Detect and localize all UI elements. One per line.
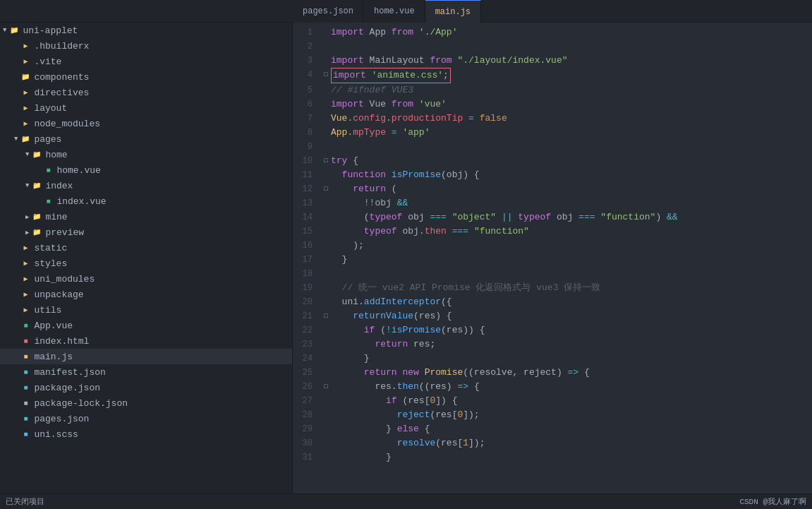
folder-icon: ▶ <box>20 289 31 300</box>
spacer <box>14 42 18 49</box>
line-content: // #ifndef VUE3 <box>331 83 812 97</box>
spacer <box>14 353 18 360</box>
sidebar-item-directives[interactable]: ▶ directives <box>0 85 292 100</box>
line-number: 17 <box>293 253 321 267</box>
sidebar-item-label: mine <box>45 212 67 222</box>
line-number: 5 <box>293 83 321 97</box>
sidebar-item-components[interactable]: 📁 components <box>0 69 292 85</box>
sidebar-item-app-vue[interactable]: ■ App.vue <box>0 318 292 333</box>
sidebar-item-uni-applet[interactable]: ▼ 📁 uni-applet <box>0 23 292 38</box>
sidebar-item-label: package-lock.json <box>34 398 128 409</box>
sidebar-item-mine[interactable]: ▶ 📁 mine <box>0 209 292 224</box>
sidebar-item-uni-scss[interactable]: ■ uni.scss <box>0 426 292 442</box>
sidebar-item-label: index.html <box>34 336 89 347</box>
folder-icon: 📁 <box>8 25 20 36</box>
line-number: 25 <box>293 366 321 380</box>
file-tree[interactable]: ▼ 📁 uni-applet ▶ .hbuilderx ▶ .vite 📁 co… <box>0 23 293 493</box>
folder-icon: ▶ <box>20 56 31 67</box>
sidebar-item-index-folder[interactable]: ▼ 📁 index <box>0 178 292 193</box>
line-number: 3 <box>293 54 321 68</box>
sidebar-item-label: unpackage <box>34 289 83 300</box>
chevron-right-icon: ▶ <box>25 213 29 221</box>
folder-icon: ▶ <box>20 273 31 285</box>
sidebar-item-uni-modules[interactable]: ▶ uni_modules <box>0 271 292 287</box>
css-file-icon: ■ <box>20 429 31 440</box>
sidebar-item-pages[interactable]: ▼ 📁 pages <box>0 131 292 147</box>
json-file-icon: ■ <box>20 413 31 424</box>
tab-main-js[interactable]: main.js <box>425 0 481 23</box>
line-number: 1 <box>293 25 321 40</box>
line-number: 6 <box>293 97 321 112</box>
sidebar-item-layout[interactable]: ▶ layout <box>0 100 292 116</box>
sidebar-item-label: node_modules <box>34 119 100 129</box>
code-line-30: 30 resolve(res[1]); <box>293 436 812 450</box>
line-number: 22 <box>293 323 321 337</box>
line-number: 29 <box>293 422 321 436</box>
sidebar-item-label: uni.scss <box>34 429 78 440</box>
line-content: if (res[0]) { <box>331 394 812 408</box>
code-line-14: 14 (typeof obj === "object" || typeof ob… <box>293 210 812 224</box>
code-line-11: 11 function isPromise(obj) { <box>293 168 812 182</box>
folder-icon: 📁 <box>20 133 31 145</box>
status-left: 已关闭项目 <box>6 496 44 507</box>
sidebar-item-manifest-json[interactable]: ■ manifest.json <box>0 364 292 380</box>
spacer <box>14 322 18 329</box>
line-number: 26 <box>293 380 321 394</box>
tab-label: main.js <box>435 7 471 17</box>
line-content: uni.addInterceptor({ <box>331 295 812 309</box>
code-editor[interactable]: 1 import App from './App' 2 3 import Mai… <box>293 23 812 493</box>
line-number: 13 <box>293 196 321 210</box>
line-number: 4 <box>293 68 321 82</box>
folder-icon: 📁 <box>31 211 42 222</box>
sidebar-item-unpackage[interactable]: ▶ unpackage <box>0 287 292 302</box>
lock-file-icon: ■ <box>20 397 31 409</box>
sidebar-item-pages-json[interactable]: ■ pages.json <box>0 411 292 426</box>
line-content: typeof obj.then === "function" <box>331 224 812 239</box>
sidebar-item-package-json[interactable]: ■ package.json <box>0 380 292 395</box>
tab-pages-json[interactable]: pages.json <box>293 0 364 23</box>
line-content: return ( <box>331 182 812 196</box>
line-content: import 'animate.css'; <box>331 68 812 83</box>
sidebar-item-preview[interactable]: ▶ 📁 preview <box>0 224 292 240</box>
code-line-3: 3 import MainLayout from "./layout/index… <box>293 54 812 68</box>
sidebar-item-styles[interactable]: ▶ styles <box>0 256 292 271</box>
js-file-icon: ■ <box>20 351 31 362</box>
folder-icon: ▶ <box>20 40 31 52</box>
line-content: reject(res[0]); <box>331 408 812 422</box>
code-line-29: 29 } else { <box>293 422 812 436</box>
tab-home-vue[interactable]: home.vue <box>364 0 425 23</box>
line-number: 27 <box>293 394 321 408</box>
line-content: if (!isPromise(res)) { <box>331 323 812 337</box>
spacer <box>14 275 18 282</box>
line-number: 30 <box>293 436 321 450</box>
spacer <box>14 369 18 376</box>
sidebar-item-vite[interactable]: ▶ .vite <box>0 54 292 69</box>
spacer <box>14 260 18 267</box>
sidebar-item-hbuilderx[interactable]: ▶ .hbuilderx <box>0 38 292 54</box>
sidebar-item-utils[interactable]: ▶ utils <box>0 302 292 318</box>
line-gutter: □ <box>321 380 331 394</box>
sidebar-item-node-modules[interactable]: ▶ node_modules <box>0 116 292 131</box>
code-line-19: 19 // 统一 vue2 API Promise 化返回格式与 vue3 保持… <box>293 281 812 295</box>
sidebar-item-main-js[interactable]: ■ main.js <box>0 349 292 364</box>
line-number: 2 <box>293 40 321 54</box>
line-content: return res; <box>331 337 812 352</box>
sidebar-item-label: .hbuilderx <box>34 41 89 52</box>
sidebar-item-index-html[interactable]: ■ index.html <box>0 333 292 349</box>
sidebar-item-label: layout <box>34 103 67 114</box>
line-content: import App from './App' <box>331 25 812 40</box>
line-number: 24 <box>293 352 321 366</box>
sidebar-item-label: home.vue <box>56 165 100 176</box>
code-line-24: 24 } <box>293 352 812 366</box>
sidebar-item-static[interactable]: ▶ static <box>0 240 292 256</box>
folder-icon: ▶ <box>20 118 31 129</box>
code-content: 1 import App from './App' 2 3 import Mai… <box>293 23 812 467</box>
vue-file-icon: ■ <box>42 196 54 207</box>
sidebar-item-home-vue[interactable]: ■ home.vue <box>0 162 292 178</box>
code-line-31: 31 } <box>293 450 812 465</box>
line-content: function isPromise(obj) { <box>331 168 812 182</box>
code-line-13: 13 !!obj && <box>293 196 812 210</box>
sidebar-item-home[interactable]: ▼ 📁 home <box>0 147 292 162</box>
sidebar-item-index-vue[interactable]: ■ index.vue <box>0 193 292 209</box>
sidebar-item-package-lock-json[interactable]: ■ package-lock.json <box>0 395 292 411</box>
